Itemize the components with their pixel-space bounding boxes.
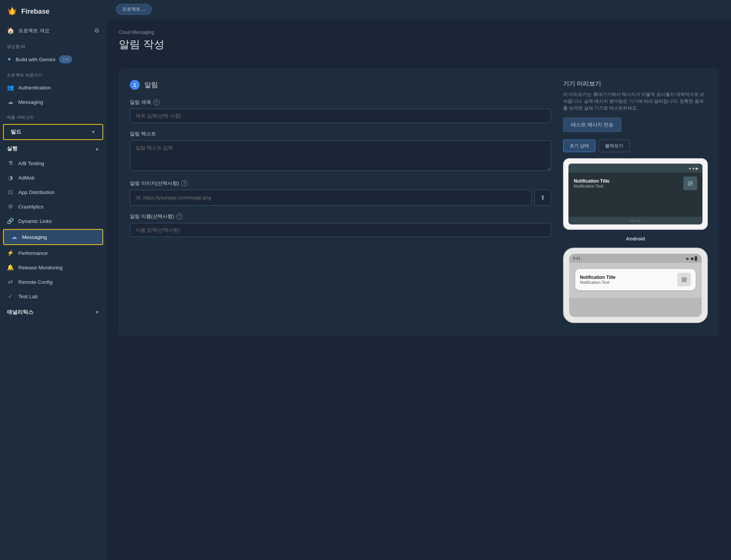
- run-section[interactable]: 실행 ▲: [0, 142, 106, 156]
- run-chevron-icon: ▲: [95, 146, 99, 151]
- release-monitoring-label: Release Monitoring: [18, 265, 62, 270]
- sidebar-item-dynamic-links[interactable]: 🔗 Dynamic Links: [0, 214, 106, 228]
- performance-label: Performance: [18, 250, 48, 256]
- android-notification-content: Notification Title Notification Text: [574, 178, 683, 188]
- notification-title-input[interactable]: [130, 109, 551, 123]
- authentication-label: Authentication: [18, 85, 51, 91]
- notification-text-group: 알림 텍스트: [130, 130, 551, 172]
- android-notification-text: Notification Text: [574, 184, 683, 188]
- firebase-logo-icon: [7, 6, 18, 17]
- ios-time: 9:41: [573, 256, 580, 261]
- products-label: 제품 카테고리: [0, 109, 106, 123]
- ios-status-icons: ▶ ◼ ▊: [686, 256, 698, 261]
- status-bar-icons: ● ● ▶: [689, 166, 699, 170]
- app-distribution-label: App Distribution: [18, 189, 54, 195]
- notification-title-label: 알림 제목 ?: [130, 99, 551, 106]
- analytics-section[interactable]: 애널리틱스 ▼: [0, 305, 106, 320]
- toggle-row: 초기 상태 펼쳐보기: [563, 140, 708, 152]
- android-status-bar: ● ● ▶: [568, 164, 702, 173]
- preview-panel: 기기 미리보기 이 미리보기는 휴대기기에서 메시지가 어떻게 표시될지 대략적…: [563, 80, 708, 325]
- main-content: 프로젝트 ... Cloud Messaging 알림 작성 1 알림 알림 제…: [107, 0, 731, 560]
- notification-name-label: 알림 이름(선택사항) ?: [130, 213, 551, 220]
- image-icon: [687, 180, 694, 187]
- content-area: Cloud Messaging 알림 작성 1 알림 알림 제목 ?: [107, 19, 731, 347]
- sidebar-item-messaging[interactable]: ☁ Messaging: [3, 229, 103, 245]
- gemini-label: Build with Gemini: [16, 57, 55, 62]
- remote-config-icon: ⇄: [7, 278, 14, 285]
- project-row[interactable]: 🏠 프로젝트 개요 ⚙: [0, 23, 106, 38]
- section-title: 알림: [144, 80, 158, 89]
- notification-image-label: 알림 이미지(선택사항) ?: [130, 180, 551, 187]
- sidebar-item-release-monitoring[interactable]: 🔔 Release Monitoring: [0, 260, 106, 275]
- sidebar-item-performance[interactable]: ⚡ Performance: [0, 246, 106, 260]
- star-icon: ✦: [7, 56, 12, 63]
- sidebar-item-gemini[interactable]: ✦ Build with Gemini 신규: [0, 52, 106, 67]
- image-input-row: ⬆: [130, 190, 551, 205]
- initial-state-button[interactable]: 초기 상태: [563, 140, 595, 152]
- sidebar-item-remote-config[interactable]: ⇄ Remote Config: [0, 275, 106, 289]
- sidebar-item-messaging-shortcut[interactable]: ☁ Messaging: [0, 95, 106, 109]
- sidebar: Firebase 🏠 프로젝트 개요 ⚙ 생성형 AI ✦ Build with…: [0, 0, 107, 560]
- ios-notification-image: [677, 273, 691, 286]
- notification-text-input[interactable]: [130, 140, 551, 171]
- sidebar-item-authentication[interactable]: 👥 Authentication: [0, 80, 106, 95]
- build-chevron-icon: ▼: [91, 129, 96, 135]
- ios-notification: Notification Title Notification Text: [575, 269, 696, 290]
- sidebar-header: Firebase: [0, 0, 106, 23]
- sidebar-item-ab-testing[interactable]: ⚗ A/B Testing: [0, 156, 106, 170]
- preview-description: 이 미리보기는 휴대기기에서 메시지가 어떻게 표시될지 대략적으로 보여줍니다…: [563, 91, 708, 111]
- ios-screen-body: [569, 298, 702, 317]
- test-lab-icon: ✓: [7, 293, 14, 300]
- sidebar-item-app-distribution[interactable]: ⊡ App Distribution: [0, 185, 106, 199]
- svg-point-1: [689, 182, 690, 183]
- test-message-button[interactable]: 테스트 메시지 전송: [563, 118, 621, 132]
- sidebar-item-admob[interactable]: ◑ AdMob: [0, 170, 106, 185]
- project-name: 프로젝트 개요: [18, 27, 49, 34]
- messaging-item-label: Messaging: [22, 234, 47, 240]
- android-notification-image: [683, 177, 697, 190]
- notification-title-help-icon[interactable]: ?: [153, 99, 160, 105]
- app-distribution-icon: ⊡: [7, 189, 14, 196]
- notification-image-help-icon[interactable]: ?: [181, 180, 187, 186]
- notification-image-input[interactable]: [130, 190, 531, 205]
- crashlytics-icon: ⚙: [7, 203, 14, 210]
- release-monitoring-icon: 🔔: [7, 264, 14, 271]
- form-section: 1 알림 알림 제목 ? 알림 텍스트: [119, 69, 719, 336]
- sidebar-item-test-lab[interactable]: ✓ Test Lab: [0, 289, 106, 304]
- run-label: 실행: [7, 145, 18, 152]
- messaging-shortcut-label: Messaging: [18, 99, 43, 105]
- step-badge: 1: [130, 80, 140, 90]
- expand-button[interactable]: 펼쳐보기: [599, 140, 630, 152]
- home-icon: 🏠: [7, 27, 14, 34]
- sidebar-item-crashlytics[interactable]: ⚙ Crashlytics: [0, 199, 106, 214]
- admob-icon: ◑: [7, 174, 14, 181]
- notification-title-group: 알림 제목 ?: [130, 99, 551, 123]
- project-tab[interactable]: 프로젝트 ...: [116, 4, 152, 15]
- android-phone-screen: ● ● ▶ Notification Title Notification Te…: [568, 164, 702, 224]
- preview-title: 기기 미리보기: [563, 80, 708, 88]
- messaging-icon: ☁: [11, 234, 18, 240]
- page-title: 알림 작성: [119, 37, 719, 52]
- android-phone-mockup: ● ● ▶ Notification Title Notification Te…: [563, 158, 708, 230]
- ios-notification-title: Notification Title: [580, 275, 677, 280]
- ios-phone-screen: 9:41 ▶ ◼ ▊ Notification Title Notificati…: [569, 254, 702, 317]
- messaging-shortcut-icon: ☁: [7, 99, 14, 105]
- ab-testing-icon: ⚗: [7, 160, 14, 167]
- remote-config-label: Remote Config: [18, 279, 53, 285]
- gemini-badge: 신규: [59, 56, 72, 63]
- gear-icon[interactable]: ⚙: [94, 27, 99, 34]
- build-label: 빌드: [11, 129, 21, 135]
- notification-name-help-icon[interactable]: ?: [176, 213, 182, 220]
- upload-button[interactable]: ⬆: [535, 190, 551, 205]
- ab-testing-label: A/B Testing: [18, 161, 44, 166]
- top-bar: 프로젝트 ...: [107, 0, 731, 19]
- build-section[interactable]: 빌드 ▼: [3, 124, 103, 140]
- shortcuts-label: 프로젝트 바로가기: [0, 67, 106, 80]
- breadcrumb: Cloud Messaging: [119, 30, 719, 35]
- ios-notification-area: Notification Title Notification Text: [569, 263, 702, 298]
- android-nav-bar: ◁ ○ □: [568, 217, 702, 224]
- notification-name-group: 알림 이름(선택사항) ?: [130, 213, 551, 237]
- performance-icon: ⚡: [7, 250, 14, 256]
- ios-image-icon: [681, 276, 688, 283]
- notification-name-input[interactable]: [130, 223, 551, 237]
